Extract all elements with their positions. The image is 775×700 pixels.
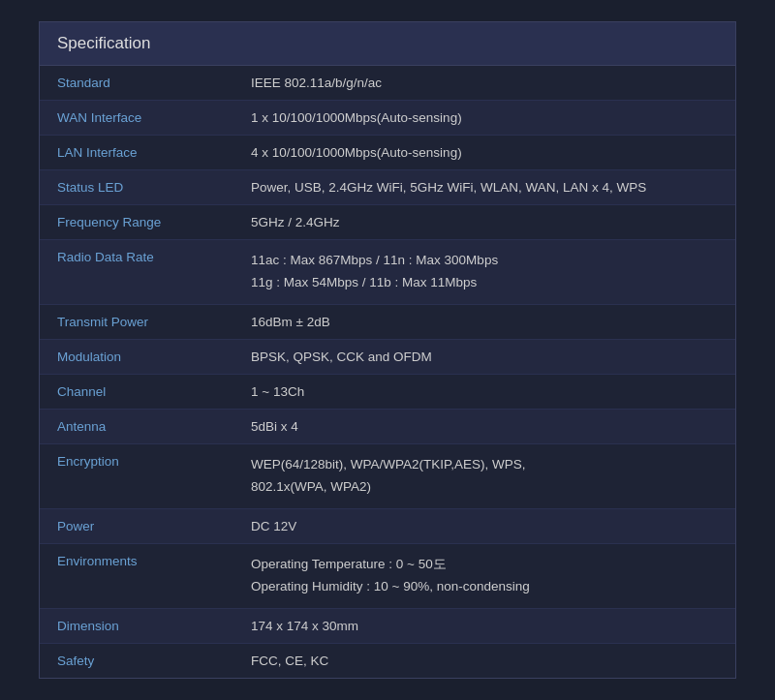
table-row: EncryptionWEP(64/128bit), WPA/WPA2(TKIP,… [40, 444, 735, 509]
row-value: 11ac : Max 867Mbps / 11n : Max 300Mbps11… [233, 240, 735, 305]
row-label: Radio Data Rate [40, 240, 233, 305]
row-value: 1 ~ 13Ch [233, 375, 735, 410]
row-value: 5GHz / 2.4GHz [233, 205, 735, 240]
table-row: WAN Interface1 x 10/100/1000Mbps(Auto-se… [40, 101, 735, 136]
row-label: Encryption [40, 444, 233, 509]
spec-header: Specification [40, 22, 735, 66]
row-label: Transmit Power [40, 305, 233, 340]
row-label: Environments [40, 543, 233, 608]
table-row: EnvironmentsOperating Temperature : 0 ~ … [40, 543, 735, 608]
row-value: 16dBm ± 2dB [233, 305, 735, 340]
table-row: SafetyFCC, CE, KC [40, 643, 735, 678]
table-row: Status LEDPower, USB, 2.4GHz WiFi, 5GHz … [40, 170, 735, 205]
table-row: Transmit Power16dBm ± 2dB [40, 305, 735, 340]
row-value: BPSK, QPSK, CCK and OFDM [233, 340, 735, 375]
table-row: StandardIEEE 802.11a/b/g/n/ac [40, 66, 735, 101]
table-row: Frequency Range5GHz / 2.4GHz [40, 205, 735, 240]
row-label: Standard [40, 66, 233, 101]
table-row: Channel1 ~ 13Ch [40, 375, 735, 410]
row-label: Status LED [40, 170, 233, 205]
row-value: 4 x 10/100/1000Mbps(Auto-sensing) [233, 136, 735, 170]
spec-table: StandardIEEE 802.11a/b/g/n/acWAN Interfa… [40, 66, 735, 678]
row-label: WAN Interface [40, 101, 233, 136]
row-label: Safety [40, 643, 233, 678]
row-label: Channel [40, 375, 233, 410]
row-label: Power [40, 508, 233, 543]
table-row: LAN Interface4 x 10/100/1000Mbps(Auto-se… [40, 136, 735, 170]
row-value: DC 12V [233, 508, 735, 543]
row-value: Power, USB, 2.4GHz WiFi, 5GHz WiFi, WLAN… [233, 170, 735, 205]
row-value: 174 x 174 x 30mm [233, 608, 735, 643]
row-value: Operating Temperature : 0 ~ 50도Operating… [233, 543, 735, 608]
row-label: Dimension [40, 608, 233, 643]
row-value: IEEE 802.11a/b/g/n/ac [233, 66, 735, 101]
row-value: 5dBi x 4 [233, 410, 735, 444]
row-value: FCC, CE, KC [233, 643, 735, 678]
table-row: PowerDC 12V [40, 508, 735, 543]
table-row: Antenna5dBi x 4 [40, 410, 735, 444]
table-row: Radio Data Rate11ac : Max 867Mbps / 11n … [40, 240, 735, 305]
row-label: Frequency Range [40, 205, 233, 240]
row-value: 1 x 10/100/1000Mbps(Auto-sensing) [233, 101, 735, 136]
row-label: Antenna [40, 410, 233, 444]
row-label: Modulation [40, 340, 233, 375]
spec-title: Specification [57, 34, 150, 52]
specification-container: Specification StandardIEEE 802.11a/b/g/n… [39, 21, 736, 679]
table-row: Dimension174 x 174 x 30mm [40, 608, 735, 643]
row-label: LAN Interface [40, 136, 233, 170]
table-row: ModulationBPSK, QPSK, CCK and OFDM [40, 340, 735, 375]
row-value: WEP(64/128bit), WPA/WPA2(TKIP,AES), WPS,… [233, 444, 735, 509]
